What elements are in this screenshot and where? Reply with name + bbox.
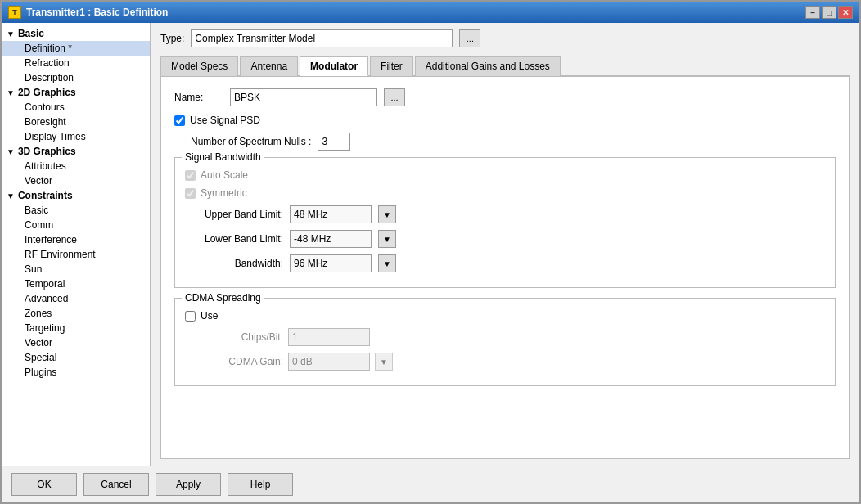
lower-band-input[interactable]	[290, 230, 372, 248]
sidebar-item-plugins[interactable]: Plugins	[2, 365, 150, 380]
tree-header-basic[interactable]: ▼ Basic	[2, 26, 150, 41]
minimize-button[interactable]: –	[805, 6, 820, 19]
sidebar-item-special[interactable]: Special	[2, 350, 150, 365]
sidebar-item-attributes[interactable]: Attributes	[2, 159, 150, 173]
sidebar-item-advanced[interactable]: Advanced	[2, 291, 150, 306]
sidebar-item-basic-constraints[interactable]: Basic	[2, 203, 150, 218]
sidebar-item-sun[interactable]: Sun	[2, 262, 150, 277]
lower-band-row: Lower Band Limit: ▼	[185, 230, 825, 248]
toggle-constraints: ▼	[7, 191, 15, 200]
toggle-basic: ▼	[7, 29, 15, 38]
apply-button[interactable]: Apply	[156, 473, 221, 496]
help-button[interactable]: Help	[228, 473, 293, 496]
maximize-button[interactable]: □	[822, 6, 836, 19]
signal-bandwidth-inner: Auto Scale Symmetric Upper Band Limit: ▼	[185, 166, 825, 272]
tree-header-constraints[interactable]: ▼ Constraints	[2, 188, 150, 203]
tree-section-constraints: ▼ Constraints Basic Comm Interference RF…	[2, 188, 150, 380]
cdma-use-label: Use	[201, 310, 218, 322]
main-content: ▼ Basic Definition * Refraction Descript…	[2, 23, 859, 466]
bandwidth-row: Bandwidth: ▼	[185, 254, 825, 272]
window-title: Transmitter1 : Basic Definition	[26, 7, 168, 18]
name-input[interactable]	[230, 88, 377, 106]
type-input[interactable]	[191, 29, 453, 47]
cdma-spreading-title: CDMA Spreading	[182, 292, 264, 304]
sidebar-item-targeting[interactable]: Targeting	[2, 321, 150, 335]
upper-band-row: Upper Band Limit: ▼	[185, 205, 825, 223]
symmetric-checkbox[interactable]	[185, 188, 196, 199]
sidebar-item-boresight[interactable]: Boresight	[2, 115, 150, 129]
sidebar-item-description[interactable]: Description	[2, 70, 150, 85]
content-area: Name: ... Use Signal PSD Number of Spect…	[160, 76, 850, 459]
cdma-gain-unit-button: ▼	[375, 353, 393, 371]
name-label: Name:	[174, 92, 223, 103]
symmetric-row: Symmetric	[185, 187, 825, 199]
sidebar-item-refraction[interactable]: Refraction	[2, 56, 150, 70]
sidebar-item-rf-environment[interactable]: RF Environment	[2, 247, 150, 262]
upper-band-unit-button[interactable]: ▼	[378, 205, 396, 223]
name-browse-button[interactable]: ...	[384, 88, 405, 106]
symmetric-label: Symmetric	[201, 187, 247, 199]
section-label-basic: Basic	[18, 28, 44, 39]
auto-scale-checkbox[interactable]	[185, 170, 196, 181]
sidebar-item-comm[interactable]: Comm	[2, 218, 150, 232]
tree-section-2d-graphics: ▼ 2D Graphics Contours Boresight Display…	[2, 85, 150, 144]
toggle-3d: ▼	[7, 147, 15, 156]
tab-modulator[interactable]: Modulator	[300, 56, 368, 76]
sidebar-item-vector-c[interactable]: Vector	[2, 335, 150, 350]
title-bar: T Transmitter1 : Basic Definition – □ ✕	[2, 2, 859, 23]
chips-bit-label: Chips/Bit:	[185, 331, 283, 343]
section-label-constraints: Constraints	[18, 190, 73, 201]
bottom-bar: OK Cancel Apply Help	[2, 466, 859, 502]
lower-band-label: Lower Band Limit:	[185, 233, 283, 245]
type-label: Type:	[160, 33, 184, 44]
tree-section-basic: ▼ Basic Definition * Refraction Descript…	[2, 26, 150, 85]
tab-model-specs[interactable]: Model Specs	[160, 56, 238, 76]
type-browse-button[interactable]: ...	[459, 29, 480, 47]
window-controls: – □ ✕	[805, 6, 853, 19]
sidebar: ▼ Basic Definition * Refraction Descript…	[2, 23, 151, 466]
cancel-button[interactable]: Cancel	[83, 473, 149, 496]
close-button[interactable]: ✕	[838, 6, 853, 19]
ok-button[interactable]: OK	[11, 473, 77, 496]
sidebar-item-temporal[interactable]: Temporal	[2, 277, 150, 291]
spectrum-nulls-input[interactable]	[318, 133, 350, 151]
app-icon: T	[8, 6, 21, 19]
toggle-2d: ▼	[7, 88, 15, 97]
sidebar-item-contours[interactable]: Contours	[2, 100, 150, 115]
type-row: Type: ...	[160, 29, 850, 47]
sidebar-item-vector-3d[interactable]: Vector	[2, 173, 150, 188]
use-signal-psd-checkbox[interactable]	[174, 115, 185, 126]
tab-additional-gains[interactable]: Additional Gains and Losses	[415, 56, 561, 76]
cdma-spreading-group: CDMA Spreading Use Chips/Bit:	[174, 298, 836, 386]
chips-bit-row: Chips/Bit:	[185, 328, 825, 346]
use-signal-psd-row: Use Signal PSD	[174, 115, 836, 126]
cdma-gain-input	[288, 353, 370, 371]
sidebar-item-definition[interactable]: Definition *	[2, 41, 150, 56]
main-window: T Transmitter1 : Basic Definition – □ ✕ …	[0, 0, 861, 504]
sidebar-item-zones[interactable]: Zones	[2, 306, 150, 321]
upper-band-input[interactable]	[290, 205, 372, 223]
bandwidth-unit-button[interactable]: ▼	[378, 254, 396, 272]
bandwidth-input[interactable]	[290, 254, 372, 272]
tabs-bar: Model Specs Antenna Modulator Filter Add…	[160, 56, 850, 76]
sidebar-item-interference[interactable]: Interference	[2, 232, 150, 247]
upper-band-label: Upper Band Limit:	[185, 209, 283, 220]
tree-header-3d[interactable]: ▼ 3D Graphics	[2, 144, 150, 159]
signal-bandwidth-group: Signal Bandwidth Auto Scale Symmetric	[174, 157, 836, 288]
tab-antenna[interactable]: Antenna	[240, 56, 298, 76]
right-panel: Type: ... Model Specs Antenna Modulator …	[151, 23, 859, 466]
section-label-3d: 3D Graphics	[18, 146, 76, 157]
tree-header-2d[interactable]: ▼ 2D Graphics	[2, 85, 150, 100]
sidebar-item-display-times[interactable]: Display Times	[2, 129, 150, 144]
cdma-use-row: Use	[185, 310, 825, 322]
cdma-gain-row: CDMA Gain: ▼	[185, 353, 825, 371]
cdma-gain-label: CDMA Gain:	[185, 356, 283, 367]
section-label-2d: 2D Graphics	[18, 87, 76, 98]
bandwidth-label: Bandwidth:	[185, 258, 283, 269]
lower-band-unit-button[interactable]: ▼	[378, 230, 396, 248]
tab-filter[interactable]: Filter	[370, 56, 413, 76]
title-bar-left: T Transmitter1 : Basic Definition	[8, 6, 168, 19]
spectrum-nulls-row: Number of Spectrum Nulls :	[191, 133, 836, 151]
cdma-use-checkbox[interactable]	[185, 311, 196, 322]
auto-scale-label: Auto Scale	[201, 169, 248, 181]
